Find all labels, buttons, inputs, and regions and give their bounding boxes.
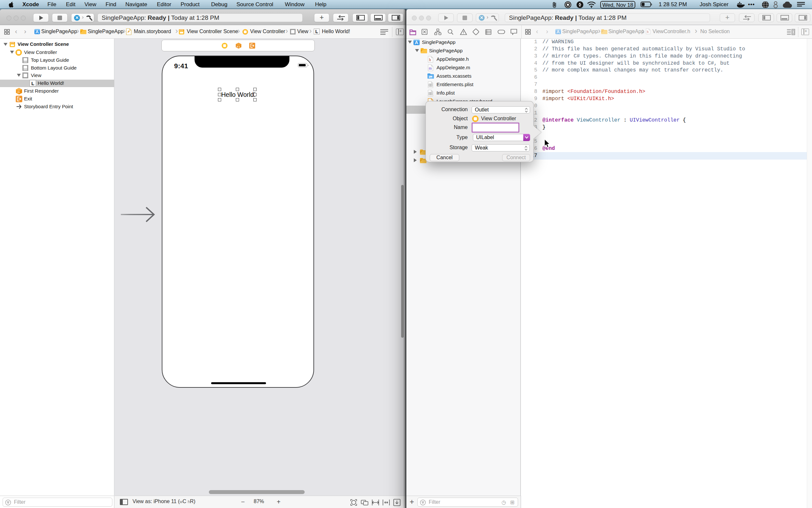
svg-text:h: h — [429, 57, 431, 62]
svg-text:m: m — [429, 66, 432, 71]
svg-text:h: h — [647, 30, 649, 34]
svg-text:0 1: 0 1 — [237, 45, 240, 48]
svg-text:01: 01 — [17, 91, 20, 93]
